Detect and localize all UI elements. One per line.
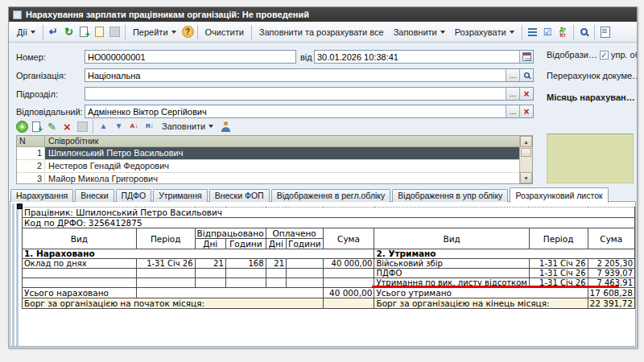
- tab-vnesky-fop[interactable]: Внески ФОП: [209, 189, 270, 202]
- table-row[interactable]: 3 Майор Микола Григорович: [17, 173, 532, 184]
- responsible-select-button[interactable]: ...: [506, 105, 519, 117]
- recalc-row: Перерахунок докуме…: [547, 71, 637, 80]
- post-document-icon[interactable]: [47, 25, 60, 39]
- find-icon[interactable]: [577, 25, 591, 39]
- add-row-icon[interactable]: +: [16, 121, 28, 133]
- calculate-menu-label: Розрахувати: [455, 27, 506, 37]
- repost-icon[interactable]: [62, 25, 76, 39]
- tab-pdfo[interactable]: ПДФО: [116, 189, 152, 202]
- empty-cell: [195, 269, 225, 278]
- table-row[interactable]: 2 Нестеров Генадій Федорович: [17, 160, 532, 173]
- title-bar[interactable]: Нарахування зарплати працівникам організ…: [9, 7, 637, 22]
- header-period: Період: [136, 228, 195, 249]
- fill-and-calculate-all-button[interactable]: Заповнити та розрахувати все: [254, 24, 389, 40]
- toolbar-separator: [43, 25, 43, 39]
- header-kind: Вид: [23, 228, 137, 249]
- scrollbar-track[interactable]: [520, 158, 532, 172]
- date-prefix-label: від: [300, 52, 312, 62]
- scroll-up-icon[interactable]: ▲: [520, 136, 532, 147]
- report-icon[interactable]: [598, 25, 612, 39]
- number-input[interactable]: [85, 50, 296, 64]
- sort-ascending-icon[interactable]: [127, 120, 141, 134]
- load-document-icon[interactable]: [93, 25, 106, 39]
- tab-utrymannya[interactable]: Утримання: [153, 189, 208, 202]
- margin-stripe: [12, 204, 14, 347]
- delete-row-icon[interactable]: [60, 120, 74, 134]
- empty-cell: [323, 278, 374, 288]
- calculate-menu-button[interactable]: Розрахувати: [450, 24, 519, 40]
- sort-descending-icon[interactable]: [142, 120, 156, 134]
- tab-regl-oblik[interactable]: Відображення в регл.обліку: [271, 189, 391, 202]
- help-icon[interactable]: ?: [182, 26, 194, 38]
- pick-person-icon[interactable]: [219, 120, 233, 134]
- department-input[interactable]: [85, 88, 506, 100]
- document-window: Нарахування зарплати працівникам організ…: [8, 6, 638, 348]
- column-header-n[interactable]: N: [17, 136, 45, 146]
- go-menu-button[interactable]: Перейти: [128, 24, 181, 40]
- highlight-underline-annotation: [372, 286, 619, 288]
- group-marker-icon[interactable]: [17, 204, 23, 209]
- chevron-down-icon: [510, 31, 514, 34]
- dt-kt-postings-icon[interactable]: [556, 25, 570, 39]
- comment-box[interactable]: [547, 134, 634, 183]
- department-clear-button[interactable]: [519, 88, 533, 100]
- accrued-total-sum: 40 000,00: [323, 288, 374, 298]
- clear-button[interactable]: Очистити: [200, 24, 249, 40]
- employee-fill-menu-label: Заповнити: [162, 121, 205, 131]
- department-field-wrap: ...: [85, 87, 534, 101]
- withheld-period: 1-31 Січ 26: [529, 269, 588, 278]
- copy-document-icon[interactable]: [77, 25, 91, 39]
- disabled-tool-icon: [108, 25, 122, 39]
- tab-upr-oblik[interactable]: Відображення в упр обліку: [392, 189, 508, 202]
- document-icon: [13, 10, 22, 19]
- tab-rozrahunkovyi-lystok[interactable]: Розрахунковий листок: [510, 187, 608, 203]
- date-field-wrap: [314, 50, 534, 64]
- toolbar-separator: [197, 25, 198, 39]
- calendar-button[interactable]: [519, 51, 533, 63]
- organization-input[interactable]: [85, 69, 506, 81]
- row-number: 3: [17, 173, 45, 184]
- tab-vnesky[interactable]: Внески: [75, 189, 114, 202]
- empty-cell: [266, 278, 286, 288]
- toolbar-separator: [251, 25, 252, 39]
- calendar-icon: [522, 52, 531, 61]
- date-input[interactable]: [315, 51, 519, 63]
- organization-label: Організація:: [16, 71, 66, 80]
- employee-name: Шпилонський Петро Васильович: [45, 147, 532, 159]
- window-title: Нарахування зарплати працівникам організ…: [26, 10, 309, 19]
- move-down-icon[interactable]: [112, 120, 126, 134]
- row-number: 2: [17, 160, 45, 172]
- upr-oblik-checkbox[interactable]: [600, 51, 609, 60]
- move-up-icon[interactable]: [97, 120, 110, 134]
- organization-select-button[interactable]: ...: [506, 69, 519, 81]
- checkbox-list-icon[interactable]: [541, 25, 555, 39]
- scroll-down-icon[interactable]: ▼: [520, 172, 532, 183]
- table-row[interactable]: 1 Шпилонський Петро Васильович: [17, 147, 532, 160]
- list-settings-icon[interactable]: [526, 25, 539, 39]
- tab-narahuvannya[interactable]: Нарахування: [10, 189, 73, 202]
- organization-open-button[interactable]: [519, 69, 533, 81]
- responsible-input[interactable]: [85, 105, 506, 117]
- header-paid: Оплачено: [266, 228, 323, 239]
- copy-row-icon[interactable]: [30, 120, 43, 134]
- upr-oblik-label: упр. обл…: [611, 50, 637, 60]
- scrollbar-thumb[interactable]: [521, 148, 531, 157]
- empty-cell: [225, 278, 266, 288]
- actions-menu-button[interactable]: Дії: [12, 24, 40, 40]
- column-header-name[interactable]: Співробітник: [45, 136, 532, 146]
- chevron-down-icon: [208, 125, 213, 128]
- edit-row-icon[interactable]: [45, 120, 59, 134]
- employee-table-header: N Співробітник: [17, 136, 532, 147]
- header-hours: Години: [225, 239, 266, 249]
- accrued-paid-days: 21: [266, 259, 286, 269]
- withheld-section-label: 2. Утримано: [374, 249, 635, 259]
- empty-cell: [266, 269, 286, 278]
- number-label: Номер:: [16, 52, 46, 62]
- department-select-button[interactable]: ...: [506, 88, 519, 100]
- responsible-clear-button[interactable]: [519, 105, 533, 117]
- withheld-kind: Військовий збір: [374, 259, 529, 269]
- screen: { "window": { "title": "Нарахування зарп…: [0, 0, 644, 362]
- employee-fill-menu-button[interactable]: Заповнити: [157, 118, 218, 134]
- employee-table-scrollbar[interactable]: ▲ ▼: [519, 136, 532, 183]
- fill-menu-button[interactable]: Заповнити: [389, 24, 450, 40]
